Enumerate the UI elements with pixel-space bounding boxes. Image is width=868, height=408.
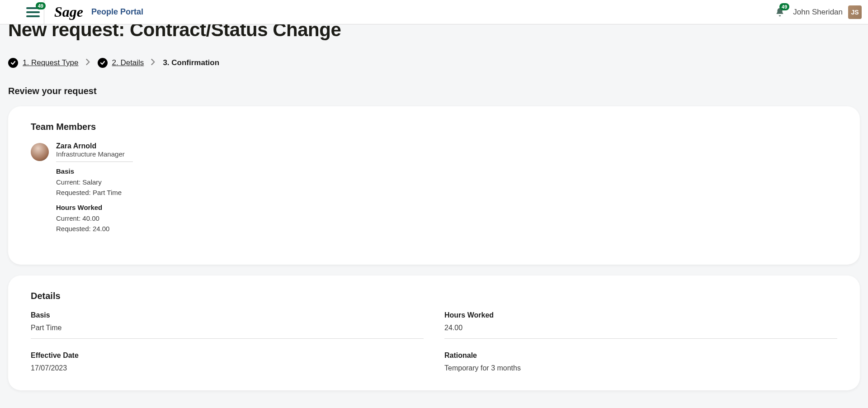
step-details[interactable]: 2. Details (98, 58, 144, 68)
menu-badge: 49 (36, 2, 46, 9)
detail-value: 17/07/2023 (31, 364, 424, 372)
detail-label: Effective Date (31, 351, 424, 360)
page-title: New request: Contract/Status Change (8, 24, 860, 41)
team-members-card: Team Members Zara Arnold Infrastructure … (8, 106, 860, 265)
details-card: Details Basis Part Time Hours Worked 24.… (8, 275, 860, 390)
notifications-button[interactable]: 49 (775, 7, 785, 18)
detail-hours: Hours Worked 24.00 (444, 311, 837, 339)
basis-current: Current: Salary (56, 177, 133, 187)
check-circle-icon (98, 58, 108, 68)
team-member-row: Zara Arnold Infrastructure Manager Basis… (31, 142, 837, 239)
step-label: 2. Details (112, 58, 144, 67)
detail-label: Hours Worked (444, 311, 837, 319)
basis-requested: Requested: Part Time (56, 187, 133, 198)
detail-value: 24.00 (444, 324, 837, 332)
detail-effective-date: Effective Date 17/07/2023 (31, 351, 424, 372)
hours-label: Hours Worked (56, 204, 133, 211)
member-name: Zara Arnold (56, 142, 133, 150)
user-name[interactable]: John Sheridan (793, 8, 843, 17)
step-label: 1. Request Type (23, 58, 79, 67)
details-heading: Details (31, 291, 837, 301)
detail-basis: Basis Part Time (31, 311, 424, 339)
detail-value: Temporary for 3 months (444, 364, 837, 372)
chevron-right-icon (150, 59, 156, 67)
hours-current: Current: 40.00 (56, 213, 133, 223)
step-request-type[interactable]: 1. Request Type (8, 58, 79, 68)
member-role: Infrastructure Manager (56, 150, 133, 162)
main-content: New request: Contract/Status Change 1. R… (0, 24, 868, 408)
step-label: 3. Confirmation (163, 58, 219, 67)
menu-button[interactable]: 49 (22, 0, 44, 24)
detail-value: Part Time (31, 324, 424, 332)
review-heading: Review your request (8, 86, 860, 96)
member-avatar (31, 143, 49, 161)
detail-label: Basis (31, 311, 424, 319)
user-avatar[interactable]: JS (848, 5, 862, 19)
check-circle-icon (8, 58, 18, 68)
step-confirmation: 3. Confirmation (163, 58, 219, 67)
detail-rationale: Rationale Temporary for 3 months (444, 351, 837, 372)
header-bar: 49 Sage People Portal 49 John Sheridan J… (0, 0, 868, 24)
sage-logo: Sage (54, 4, 83, 20)
team-members-heading: Team Members (31, 122, 837, 132)
basis-label: Basis (56, 167, 133, 175)
notifications-badge: 49 (779, 3, 789, 10)
step-breadcrumb: 1. Request Type 2. Details 3. Confirmati… (8, 58, 860, 68)
chevron-right-icon (85, 59, 91, 67)
field-basis: Basis Current: Salary Requested: Part Ti… (56, 167, 133, 198)
hours-requested: Requested: 24.00 (56, 223, 133, 234)
app-name[interactable]: People Portal (91, 7, 143, 17)
field-hours: Hours Worked Current: 40.00 Requested: 2… (56, 204, 133, 234)
detail-label: Rationale (444, 351, 837, 360)
